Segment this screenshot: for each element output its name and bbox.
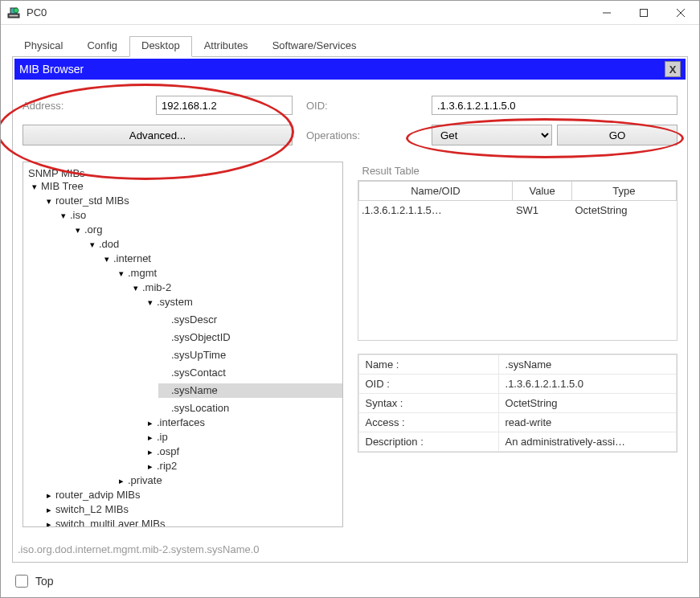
tree-item[interactable]: ▾router_std MIBs: [43, 194, 131, 208]
chevron-right-icon: ▸: [44, 517, 54, 527]
go-button[interactable]: GO: [557, 125, 677, 145]
tab-software-services[interactable]: Software/Services: [260, 36, 369, 57]
tree-item[interactable]: ▾.system: [144, 295, 194, 309]
top-checkbox-label[interactable]: Top: [12, 572, 54, 590]
tree-item[interactable]: ▸switch_multiLayer MIBs: [43, 517, 167, 527]
result-table[interactable]: Name/OIDValueType .1.3.6.1.2.1.1.5…SW1Oc…: [358, 180, 678, 341]
result-cell: SW1: [513, 201, 572, 220]
tree-item-label: .sysUpTime: [171, 348, 226, 362]
tree-item[interactable]: ▸switch_L2 MIBs: [43, 502, 130, 517]
app-icon: [7, 6, 20, 19]
tree-item[interactable]: .sysDescr: [158, 313, 219, 327]
maximize-button[interactable]: [625, 1, 662, 25]
chevron-down-icon: ▾: [131, 281, 141, 295]
result-header[interactable]: Name/OID: [358, 182, 513, 201]
tree-item[interactable]: ▸.ospf: [144, 444, 181, 459]
tree-item[interactable]: ▸.rip2: [144, 459, 178, 473]
tree-item[interactable]: ▾.mib-2: [129, 281, 173, 295]
tree-item-label: .ip: [157, 430, 168, 444]
tree-item[interactable]: ▸router_advip MIBs: [43, 488, 142, 502]
chevron-right-icon: ▸: [117, 473, 126, 488]
tree-item-label: .iso: [70, 208, 86, 223]
address-label: Address:: [23, 100, 151, 112]
tree-item[interactable]: .sysLocation: [158, 401, 231, 416]
detail-cell: Syntax :: [358, 394, 498, 413]
tree-item[interactable]: ▾.org: [72, 223, 104, 237]
detail-row: Name :.sysName: [358, 355, 677, 375]
detail-cell: OID :: [358, 375, 498, 394]
address-input[interactable]: [156, 96, 293, 115]
tree-item-label: .sysContact: [171, 366, 226, 380]
panel-header: MIB Browser X: [14, 59, 686, 80]
minimize-button[interactable]: [588, 1, 625, 25]
tree-item-label: .internet: [113, 252, 151, 266]
tree-item[interactable]: ▾.internet: [100, 252, 153, 266]
top-checkbox-text: Top: [35, 575, 54, 588]
tree-root-label: SNMP MIBs: [28, 167, 338, 179]
chevron-right-icon: ▸: [44, 488, 54, 502]
tree-item-label: .sysObjectID: [171, 330, 231, 345]
tree-item-label: MIB Tree: [41, 179, 84, 194]
chevron-down-icon: ▾: [30, 179, 39, 194]
advanced-button[interactable]: Advanced...: [23, 125, 293, 145]
tree-item-label: switch_multiLayer MIBs: [55, 517, 166, 527]
result-cell: OctetString: [571, 201, 676, 220]
tree-item-label: .org: [84, 223, 102, 237]
detail-row: Syntax :OctetString: [358, 394, 677, 413]
svg-rect-5: [641, 9, 648, 16]
result-header[interactable]: Value: [513, 182, 572, 201]
detail-cell: An administratively-assi…: [498, 432, 676, 452]
tree-item[interactable]: .sysName: [158, 383, 343, 398]
tree-item[interactable]: ▸.interfaces: [144, 416, 207, 430]
detail-cell: Access :: [358, 413, 498, 432]
tree-item[interactable]: ▾.mgmt: [115, 266, 158, 281]
detail-cell: .sysName: [498, 355, 676, 375]
svg-rect-1: [9, 14, 18, 17]
tree-item-label: .system: [157, 295, 193, 309]
tab-attributes[interactable]: Attributes: [192, 36, 260, 57]
columns: SNMP MIBs ▾MIB Tree▾router_std MIBs▾.iso…: [14, 162, 686, 539]
detail-cell: .1.3.6.1.2.1.1.5.0: [498, 375, 676, 394]
tree-item-label: .mib-2: [142, 281, 171, 295]
chevron-down-icon: ▾: [88, 237, 97, 252]
chevron-right-icon: ▸: [145, 430, 155, 444]
chevron-right-icon: ▸: [145, 416, 155, 430]
tree-item[interactable]: .sysUpTime: [158, 348, 227, 362]
tree-item[interactable]: ▾.iso: [57, 208, 88, 223]
tab-physical[interactable]: Physical: [12, 36, 75, 57]
tree-item[interactable]: ▾MIB Tree: [28, 179, 85, 194]
tree-item[interactable]: .sysContact: [158, 366, 227, 380]
tree-item-label: .sysLocation: [171, 401, 229, 416]
tree-item[interactable]: ▾.dod: [86, 237, 121, 252]
svg-point-3: [14, 8, 18, 13]
tree-item[interactable]: .sysObjectID: [158, 330, 232, 345]
tree-item-label: .sysName: [171, 383, 218, 398]
chevron-down-icon: ▾: [73, 223, 83, 237]
content: PhysicalConfigDesktopAttributesSoftware/…: [1, 25, 699, 569]
result-title: Result Table: [358, 162, 678, 180]
path-bar: .iso.org.dod.internet.mgmt.mib-2.system.…: [14, 539, 686, 560]
tabs: PhysicalConfigDesktopAttributesSoftware/…: [12, 36, 688, 57]
close-button[interactable]: [662, 1, 699, 25]
operations-label: Operations:: [306, 129, 427, 141]
panel-close-button[interactable]: X: [665, 61, 681, 77]
panel: MIB Browser X Address: OID: Advanced... …: [12, 57, 688, 563]
oid-input[interactable]: [432, 96, 677, 115]
chevron-down-icon: ▾: [117, 266, 126, 281]
table-row[interactable]: .1.3.6.1.2.1.1.5…SW1OctetString: [358, 201, 677, 220]
top-checkbox[interactable]: [15, 575, 28, 588]
tree-item[interactable]: ▸.private: [115, 473, 164, 488]
tab-desktop[interactable]: Desktop: [129, 36, 192, 57]
mib-tree[interactable]: ▾MIB Tree▾router_std MIBs▾.iso▾.org▾.dod…: [28, 179, 338, 527]
tab-config[interactable]: Config: [75, 36, 129, 57]
detail-table: Name :.sysNameOID :.1.3.6.1.2.1.1.5.0Syn…: [358, 354, 678, 453]
result-cell: .1.3.6.1.2.1.1.5…: [358, 201, 513, 220]
tree-item-label: .ospf: [157, 444, 179, 459]
panel-title: MIB Browser: [19, 63, 84, 76]
bottom-bar: Top: [1, 569, 699, 593]
tree-item[interactable]: ▸.ip: [144, 430, 170, 444]
operations-select[interactable]: Get: [432, 125, 552, 145]
result-header[interactable]: Type: [571, 182, 676, 201]
tree-item-label: .mgmt: [128, 266, 157, 281]
titlebar: PC0: [1, 1, 699, 25]
